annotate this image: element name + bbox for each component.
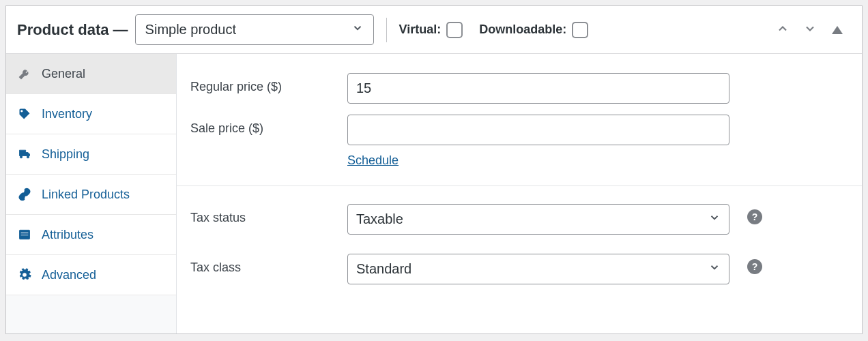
panel-title: Product data — — [17, 21, 128, 39]
sidebar-item-shipping[interactable]: Shipping — [6, 134, 176, 175]
tax-class-value: Standard — [356, 261, 411, 277]
chevron-down-icon — [351, 22, 364, 38]
tax-status-select[interactable]: Taxable — [347, 204, 729, 235]
sidebar-item-advanced[interactable]: Advanced — [6, 255, 176, 295]
sidebar-item-label: Shipping — [42, 147, 89, 162]
downloadable-checkbox[interactable] — [572, 22, 588, 38]
sidebar-item-linked-products[interactable]: Linked Products — [6, 175, 176, 215]
product-data-panel: Product data — Simple product Virtual: D… — [5, 5, 863, 334]
help-icon[interactable]: ? — [747, 209, 762, 224]
svg-rect-1 — [20, 233, 29, 234]
sidebar-item-label: General — [42, 67, 85, 81]
product-data-sidebar: General Inventory Shipping — [6, 54, 177, 333]
panel-header: Product data — Simple product Virtual: D… — [6, 6, 862, 54]
gear-icon — [17, 267, 32, 282]
downloadable-checkbox-wrap: Downloadable: — [479, 22, 588, 38]
sale-price-input[interactable] — [347, 115, 729, 145]
sale-price-label: Sale price ($) — [190, 115, 347, 136]
svg-rect-2 — [20, 235, 29, 236]
regular-price-row: Regular price ($) — [190, 63, 848, 113]
virtual-checkbox-wrap: Virtual: — [399, 22, 463, 38]
panel-title-text: Product data — [17, 21, 108, 38]
sidebar-item-label: Inventory — [42, 107, 92, 121]
tax-class-label: Tax class — [190, 254, 347, 275]
help-icon[interactable]: ? — [747, 259, 762, 274]
collapse-button[interactable] — [824, 18, 851, 42]
chevron-down-icon — [803, 22, 817, 38]
virtual-label: Virtual: — [399, 23, 442, 37]
sidebar-item-attributes[interactable]: Attributes — [6, 215, 176, 255]
sidebar-item-label: Attributes — [42, 228, 93, 242]
tax-status-label: Tax status — [190, 204, 347, 225]
tax-class-row: Tax class Standard ? — [190, 244, 848, 294]
sidebar-item-inventory[interactable]: Inventory — [6, 94, 176, 134]
virtual-checkbox[interactable] — [446, 22, 463, 38]
sidebar-item-label: Linked Products — [42, 188, 130, 202]
chevron-up-icon — [776, 22, 790, 38]
wrench-icon — [17, 66, 32, 81]
panel-toggle-group — [769, 18, 851, 42]
triangle-up-icon — [832, 26, 843, 34]
schedule-link[interactable]: Schedule — [347, 153, 399, 168]
tax-class-select[interactable]: Standard — [347, 254, 729, 284]
vertical-divider — [386, 18, 387, 42]
move-down-button[interactable] — [796, 18, 824, 42]
sale-price-row: Sale price ($) Schedule — [190, 113, 848, 177]
downloadable-label: Downloadable: — [479, 23, 566, 37]
panel-body: General Inventory Shipping — [6, 54, 862, 333]
tax-status-row: Tax status Taxable ? — [190, 194, 848, 244]
sidebar-item-label: Advanced — [42, 268, 96, 282]
chevron-down-icon — [708, 211, 721, 227]
general-tab-content: Regular price ($) Sale price ($) Schedul… — [177, 54, 862, 333]
chevron-down-icon — [708, 261, 721, 277]
link-icon — [17, 187, 32, 202]
move-up-button[interactable] — [769, 18, 796, 42]
product-type-value: Simple product — [145, 22, 236, 38]
tag-icon — [17, 106, 32, 121]
tax-status-value: Taxable — [356, 211, 403, 227]
section-divider — [177, 186, 862, 186]
regular-price-label: Regular price ($) — [190, 73, 347, 94]
sidebar-item-general[interactable]: General — [6, 54, 176, 94]
product-type-select[interactable]: Simple product — [135, 14, 374, 45]
regular-price-input[interactable] — [347, 73, 729, 104]
truck-icon — [17, 147, 32, 162]
list-icon — [17, 227, 32, 242]
panel-title-dash: — — [108, 21, 128, 38]
